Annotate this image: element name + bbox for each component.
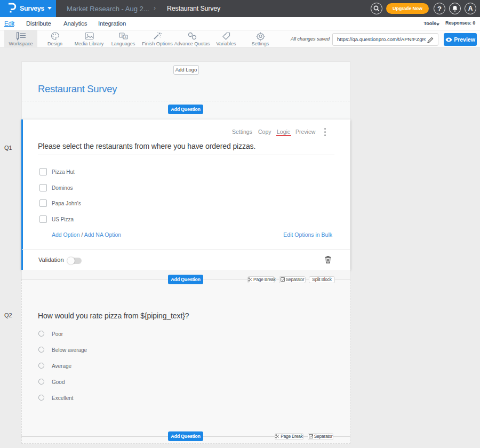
svg-text:文: 文 xyxy=(121,34,124,37)
svg-text:A: A xyxy=(124,36,126,39)
